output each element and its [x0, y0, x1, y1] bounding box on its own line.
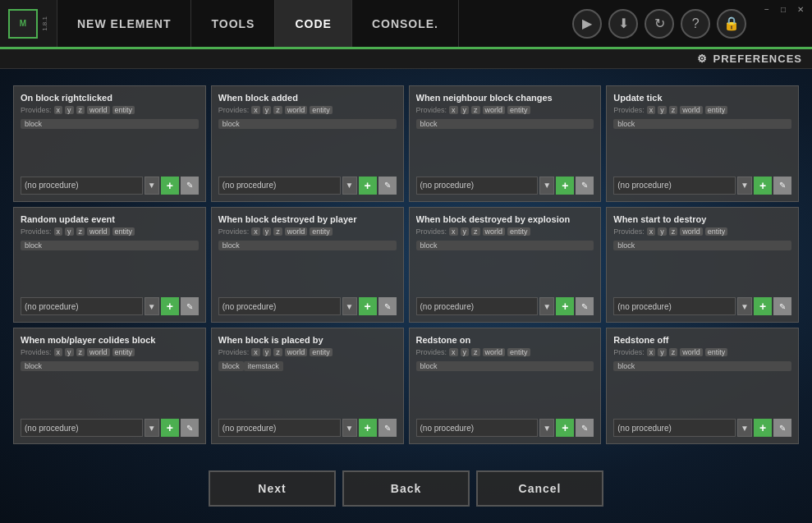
- edit-procedure-button-when-block-placed-by[interactable]: ✎: [378, 419, 397, 437]
- provides-tag-y[interactable]: y: [461, 106, 470, 114]
- provides-tag-z[interactable]: z: [471, 348, 480, 356]
- edit-procedure-button-redstone-off[interactable]: ✎: [773, 419, 791, 437]
- provides-tag-entity[interactable]: entity: [112, 106, 135, 114]
- provides-tag-world[interactable]: world: [87, 348, 110, 356]
- provides-tag-z[interactable]: z: [273, 227, 282, 236]
- dropdown-arrow-when-block-added[interactable]: ▼: [342, 177, 357, 195]
- provides-tag-y[interactable]: y: [65, 348, 74, 356]
- provides-tag-y[interactable]: y: [65, 227, 74, 236]
- provides-tag-entity[interactable]: entity: [705, 348, 728, 356]
- procedure-select-redstone-on[interactable]: (no procedure): [416, 419, 539, 437]
- edit-procedure-button-when-neighbour-block-changes[interactable]: ✎: [576, 177, 594, 195]
- provides-tag-x[interactable]: x: [54, 106, 63, 114]
- provides-tag-entity[interactable]: entity: [112, 227, 135, 236]
- lock-icon[interactable]: 🔒: [717, 9, 746, 39]
- edit-procedure-button-on-block-rightclicked[interactable]: ✎: [181, 177, 199, 195]
- provides-tag-entity[interactable]: entity: [705, 106, 728, 114]
- procedure-select-when-start-to-destroy[interactable]: (no procedure): [613, 297, 736, 315]
- provides-tag-world[interactable]: world: [483, 227, 506, 236]
- provides-tag-z[interactable]: z: [76, 227, 85, 236]
- dropdown-arrow-redstone-off[interactable]: ▼: [737, 419, 752, 437]
- procedure-select-redstone-off[interactable]: (no procedure): [613, 419, 736, 437]
- provides-tag-world[interactable]: world: [285, 106, 308, 114]
- provides-tag-y[interactable]: y: [263, 348, 272, 356]
- edit-procedure-button-redstone-on[interactable]: ✎: [576, 419, 594, 437]
- procedure-select-when-block-destroyed-explosion[interactable]: (no procedure): [416, 297, 539, 315]
- provides-tag-z[interactable]: z: [669, 106, 678, 114]
- dropdown-arrow-redstone-on[interactable]: ▼: [539, 419, 554, 437]
- provides-tag-entity[interactable]: entity: [112, 348, 135, 356]
- provides-tag-entity[interactable]: entity: [705, 227, 728, 236]
- provides-tag-world[interactable]: world: [680, 106, 703, 114]
- edit-procedure-button-when-block-added[interactable]: ✎: [378, 177, 397, 195]
- tab-tools[interactable]: TOOLS: [191, 0, 275, 47]
- dropdown-arrow-when-mob-player-collides[interactable]: ▼: [145, 419, 159, 437]
- minimize-button[interactable]: −: [761, 3, 773, 16]
- provides-tag-z[interactable]: z: [76, 348, 85, 356]
- dropdown-arrow-when-block-placed-by[interactable]: ▼: [342, 419, 357, 437]
- provides-tag-world[interactable]: world: [680, 227, 703, 236]
- edit-procedure-button-when-start-to-destroy[interactable]: ✎: [773, 297, 791, 315]
- provides-tag-world[interactable]: world: [87, 106, 110, 114]
- add-procedure-button-when-mob-player-collides[interactable]: +: [161, 419, 179, 437]
- provides-tag-y[interactable]: y: [461, 348, 470, 356]
- tab-new-element[interactable]: NEW ELEMENT: [57, 0, 191, 47]
- provides-tag-x[interactable]: x: [449, 348, 458, 356]
- tab-console[interactable]: CONSOLE.: [352, 0, 459, 47]
- preferences-button[interactable]: ⚙ PREFERENCES: [697, 53, 802, 65]
- dropdown-arrow-on-block-rightclicked[interactable]: ▼: [145, 177, 159, 195]
- play-icon[interactable]: ▶: [572, 9, 602, 39]
- tab-code[interactable]: CODE: [275, 0, 351, 47]
- procedure-select-when-neighbour-block-changes[interactable]: (no procedure): [416, 177, 539, 195]
- provides-tag-x[interactable]: x: [449, 106, 458, 114]
- edit-procedure-button-when-block-destroyed-explosion[interactable]: ✎: [576, 297, 594, 315]
- refresh-icon[interactable]: ↻: [645, 9, 674, 39]
- provides-tag-x[interactable]: x: [251, 227, 260, 236]
- add-procedure-button-redstone-off[interactable]: +: [754, 419, 772, 437]
- add-procedure-button-when-neighbour-block-changes[interactable]: +: [556, 177, 574, 195]
- provides-tag-y[interactable]: y: [263, 227, 272, 236]
- add-procedure-button-on-block-rightclicked[interactable]: +: [161, 177, 179, 195]
- provides-tag-entity[interactable]: entity: [507, 106, 530, 114]
- edit-procedure-button-random-update-event[interactable]: ✎: [181, 297, 199, 315]
- provides-tag-entity[interactable]: entity: [507, 348, 530, 356]
- edit-procedure-button-update-tick[interactable]: ✎: [773, 177, 791, 195]
- add-procedure-button-update-tick[interactable]: +: [754, 177, 772, 195]
- provides-tag-y[interactable]: y: [658, 348, 667, 356]
- dropdown-arrow-when-start-to-destroy[interactable]: ▼: [737, 297, 752, 315]
- help-icon[interactable]: ?: [681, 9, 710, 39]
- procedure-select-when-mob-player-collides[interactable]: (no procedure): [21, 419, 143, 437]
- edit-procedure-button-when-mob-player-collides[interactable]: ✎: [181, 419, 199, 437]
- procedure-select-when-block-placed-by[interactable]: (no procedure): [218, 419, 341, 437]
- provides-tag-z[interactable]: z: [471, 106, 480, 114]
- dropdown-arrow-random-update-event[interactable]: ▼: [145, 297, 159, 315]
- provides-tag-entity[interactable]: entity: [310, 348, 333, 356]
- provides-tag-x[interactable]: x: [647, 348, 656, 356]
- provides-tag-world[interactable]: world: [680, 348, 703, 356]
- close-button[interactable]: ✕: [794, 3, 807, 16]
- provides-tag-x[interactable]: x: [54, 227, 63, 236]
- provides-tag-entity[interactable]: entity: [310, 227, 333, 236]
- provides-tag-z[interactable]: z: [273, 106, 282, 114]
- provides-tag-world[interactable]: world: [87, 227, 110, 236]
- provides-tag-y[interactable]: y: [263, 106, 272, 114]
- next-button[interactable]: Next: [209, 470, 336, 507]
- add-procedure-button-redstone-on[interactable]: +: [556, 419, 574, 437]
- provides-tag-y[interactable]: y: [658, 106, 667, 114]
- procedure-select-when-block-destroyed-player[interactable]: (no procedure): [218, 297, 341, 315]
- add-procedure-button-when-start-to-destroy[interactable]: +: [754, 297, 772, 315]
- provides-tag-z[interactable]: z: [669, 348, 678, 356]
- provides-tag-entity[interactable]: entity: [507, 227, 530, 236]
- provides-tag-z[interactable]: z: [669, 227, 678, 236]
- add-procedure-button-when-block-added[interactable]: +: [359, 177, 377, 195]
- add-procedure-button-when-block-destroyed-explosion[interactable]: +: [556, 297, 574, 315]
- provides-tag-x[interactable]: x: [647, 106, 656, 114]
- maximize-button[interactable]: □: [778, 3, 789, 16]
- edit-procedure-button-when-block-destroyed-player[interactable]: ✎: [378, 297, 397, 315]
- provides-tag-z[interactable]: z: [76, 106, 85, 114]
- procedure-select-random-update-event[interactable]: (no procedure): [21, 297, 143, 315]
- provides-tag-x[interactable]: x: [54, 348, 63, 356]
- back-button[interactable]: Back: [342, 470, 470, 507]
- procedure-select-when-block-added[interactable]: (no procedure): [218, 177, 341, 195]
- dropdown-arrow-update-tick[interactable]: ▼: [737, 177, 752, 195]
